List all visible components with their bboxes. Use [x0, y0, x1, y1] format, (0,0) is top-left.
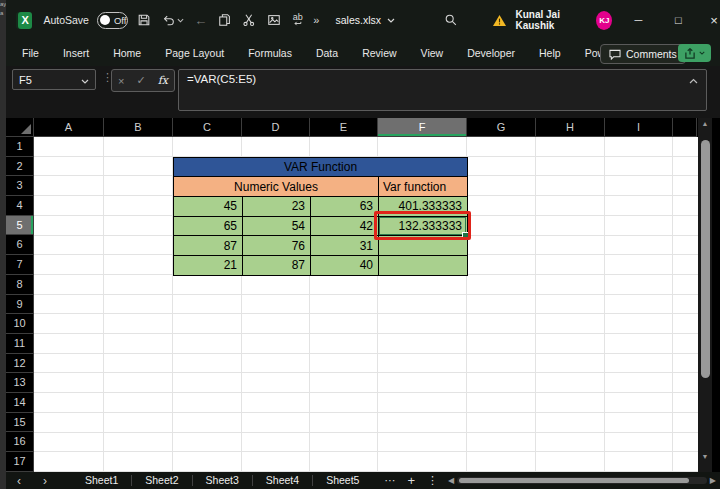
row-header-9[interactable]: 9 — [6, 295, 34, 315]
row-header-5[interactable]: 5 — [6, 216, 34, 236]
cell-C5[interactable]: 65 — [174, 216, 243, 236]
row-header-3[interactable]: 3 — [6, 176, 34, 196]
col-header-a[interactable]: A — [34, 118, 104, 137]
tab-view[interactable]: View — [409, 40, 456, 66]
warning-icon[interactable] — [492, 11, 507, 29]
col-header-b[interactable]: B — [104, 118, 173, 137]
cell-C6[interactable]: 87 — [174, 236, 243, 256]
minimize-button[interactable]: ─ — [632, 14, 644, 26]
maximize-button[interactable]: □ — [672, 14, 684, 26]
add-sheet-button[interactable]: + — [407, 473, 415, 488]
next-sheet-button[interactable]: › — [32, 474, 58, 488]
sheet-tab-sheet5[interactable]: Sheet5 — [313, 472, 372, 489]
quick-access-overflow-icon[interactable]: » — [313, 14, 319, 26]
row-header-6[interactable]: 6 — [6, 235, 34, 255]
row-header-8[interactable]: 8 — [6, 275, 34, 295]
cell-E4[interactable]: 63 — [311, 197, 379, 217]
undo-icon[interactable] — [161, 11, 176, 29]
tab-developer[interactable]: Developer — [455, 40, 527, 66]
user-avatar[interactable]: KJ — [596, 11, 612, 30]
save-icon[interactable] — [137, 11, 152, 29]
autosave-toggle[interactable]: Off — [97, 12, 128, 29]
table-title-cell[interactable]: VAR Function — [174, 157, 468, 177]
var-function-header-cell[interactable]: Var function — [379, 177, 468, 197]
tab-help[interactable]: Help — [527, 40, 573, 66]
cell-D7[interactable]: 87 — [243, 256, 311, 276]
cell-F7[interactable] — [379, 256, 468, 276]
cell-E7[interactable]: 40 — [311, 256, 379, 276]
row-header-4[interactable]: 4 — [6, 196, 34, 216]
numeric-values-header-cell[interactable]: Numeric Values — [174, 177, 379, 197]
cell-E5[interactable]: 42 — [311, 216, 379, 236]
tab-page-layout[interactable]: Page Layout — [153, 40, 236, 66]
col-header-c[interactable]: C — [173, 118, 242, 137]
comments-button[interactable]: Comments — [600, 44, 686, 64]
select-all-button[interactable] — [6, 118, 34, 137]
cell-D4[interactable]: 23 — [243, 197, 311, 217]
picture-icon[interactable] — [266, 11, 281, 29]
row-header-7[interactable]: 7 — [6, 255, 34, 275]
row-header-13[interactable]: 13 — [6, 373, 34, 393]
undo-dropdown-icon[interactable] — [177, 18, 184, 23]
tab-insert[interactable]: Insert — [51, 40, 101, 66]
user-name[interactable]: Kunal Jai Kaushik — [515, 9, 588, 31]
name-box-chevron-icon[interactable] — [81, 74, 89, 86]
scroll-down-icon[interactable]: ▼ — [698, 453, 712, 460]
col-header-partial[interactable] — [673, 118, 697, 137]
cut-icon[interactable] — [242, 11, 257, 29]
prev-sheet-button[interactable]: ‹ — [6, 474, 32, 488]
col-header-h[interactable]: H — [536, 118, 605, 137]
search-icon[interactable] — [443, 11, 458, 29]
col-header-g[interactable]: G — [467, 118, 536, 137]
horizontal-scrollbar-thumb[interactable] — [459, 478, 689, 483]
row-header-15[interactable]: 15 — [6, 413, 34, 433]
horizontal-scrollbar[interactable]: ◀ ▶ — [448, 476, 716, 485]
vertical-scrollbar[interactable]: ▲ ▼ — [698, 118, 712, 472]
sheet-tab-sheet3[interactable]: Sheet3 — [193, 472, 252, 489]
col-header-e[interactable]: E — [310, 118, 378, 137]
enter-formula-icon[interactable]: ✓ — [136, 74, 145, 87]
cell-C7[interactable]: 21 — [174, 256, 243, 276]
tab-review[interactable]: Review — [350, 40, 408, 66]
sheet-tab-sheet1[interactable]: Sheet1 — [72, 472, 131, 489]
excel-logo-icon[interactable]: X — [18, 12, 32, 29]
row-header-1[interactable]: 1 — [6, 137, 34, 157]
row-header-17[interactable]: 17 — [6, 452, 34, 472]
share-button[interactable] — [678, 44, 711, 62]
insert-function-icon[interactable]: fx — [158, 74, 168, 87]
scroll-right-icon[interactable]: ▶ — [710, 476, 716, 485]
collapse-formula-bar-icon[interactable] — [689, 74, 698, 86]
horizontal-scrollbar-track[interactable] — [457, 477, 707, 484]
scroll-left-icon[interactable]: ◀ — [448, 476, 454, 485]
sheet-tab-sheet4[interactable]: Sheet4 — [253, 472, 312, 489]
row-header-12[interactable]: 12 — [6, 354, 34, 374]
row-header-2[interactable]: 2 — [6, 157, 34, 177]
file-name[interactable]: sales.xlsx — [335, 14, 381, 26]
cell-D5[interactable]: 54 — [243, 216, 311, 236]
replace-icon[interactable]: ab — [290, 11, 305, 29]
name-box[interactable]: F5 — [12, 69, 96, 90]
tab-file[interactable]: File — [10, 40, 51, 66]
cell-D6[interactable]: 76 — [243, 236, 311, 256]
tab-data[interactable]: Data — [304, 40, 350, 66]
sheet-menu-icon[interactable]: ⋮ — [427, 474, 438, 487]
cell-E6[interactable]: 31 — [311, 236, 379, 256]
row-header-11[interactable]: 11 — [6, 334, 34, 354]
scroll-up-icon[interactable]: ▲ — [698, 120, 712, 127]
row-header-10[interactable]: 10 — [6, 314, 34, 334]
row-header-14[interactable]: 14 — [6, 393, 34, 413]
tab-home[interactable]: Home — [101, 40, 153, 66]
cell-C4[interactable]: 45 — [174, 197, 243, 217]
copy-icon[interactable] — [217, 11, 232, 29]
formula-input[interactable]: =VAR(C5:E5) — [178, 69, 707, 111]
vertical-scrollbar-thumb[interactable] — [701, 140, 710, 378]
close-button[interactable]: × — [708, 13, 720, 28]
tab-formulas[interactable]: Formulas — [236, 40, 304, 66]
col-header-i[interactable]: I — [605, 118, 673, 137]
col-header-f[interactable]: F — [378, 118, 467, 137]
row-header-16[interactable]: 16 — [6, 432, 34, 452]
more-sheets-icon[interactable]: ⋯ — [384, 474, 395, 487]
sheet-tab-sheet2[interactable]: Sheet2 — [132, 472, 191, 489]
cancel-formula-icon[interactable]: × — [118, 75, 124, 87]
col-header-d[interactable]: D — [242, 118, 310, 137]
